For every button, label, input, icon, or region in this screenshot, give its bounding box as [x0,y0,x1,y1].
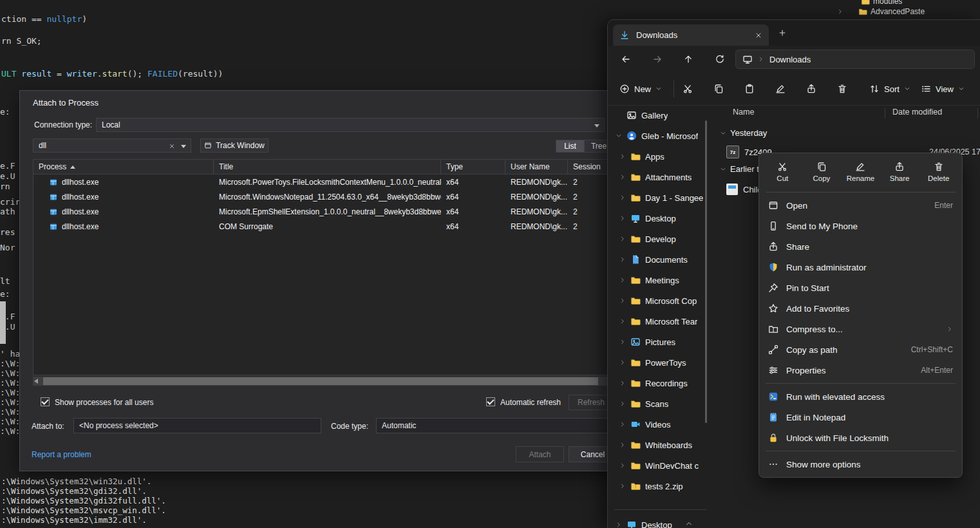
sidebar-item-videos[interactable]: Videos [608,414,716,435]
table-row[interactable]: dllhost.exe COM Surrogate x64 REDMOND\gk… [33,219,614,234]
menu-item-copy-as-path[interactable]: Copy as pathCtrl+Shift+C [759,339,962,360]
sidebar-item-documents[interactable]: Documents [608,249,716,270]
chevron-down-icon[interactable] [720,166,726,173]
delete-button[interactable] [832,79,853,99]
chevron-down-icon[interactable] [181,145,186,148]
paste-button[interactable] [739,79,760,99]
table-row[interactable]: dllhost.exe Microsoft.PowerToys.FileLock… [33,174,614,189]
chevron-right-icon[interactable] [619,277,626,283]
column-header-type[interactable]: Type [441,160,505,174]
menu-item-pin-to-start[interactable]: Pin to Start [759,278,962,298]
report-a-problem-link[interactable]: Report a problem [32,450,91,459]
chevron-down-icon[interactable] [720,130,726,137]
share-button[interactable] [801,79,822,99]
chevron-right-icon[interactable] [619,297,626,304]
view-list-toggle[interactable]: List [556,140,585,153]
column-header-date-modified[interactable]: Date modified [892,108,942,117]
menu-item-run-as-administrator[interactable]: Run as administrator [759,257,962,278]
up-button[interactable] [679,50,697,68]
chevron-right-icon[interactable] [619,462,626,469]
sidebar-item-apps[interactable]: Apps [608,146,716,167]
forward-button[interactable] [648,50,666,68]
column-header-process[interactable]: Process [33,160,214,174]
tree-item-modules[interactable]: modules [861,0,902,6]
chevron-right-icon[interactable] [619,174,626,180]
chevron-right-icon[interactable] [619,401,626,407]
sidebar-item-whiteboards[interactable]: Whiteboards [608,435,716,455]
connection-type-select[interactable]: Local [96,118,605,132]
automatic-refresh-checkbox[interactable] [486,397,495,406]
quick-share-button[interactable]: Share [881,162,918,182]
sidebar-item-attachments[interactable]: Attachments [608,167,716,187]
menu-item-show-more-options[interactable]: Show more options [759,454,962,475]
editor-scrollbar-fragment[interactable] [0,301,6,344]
refresh-button-explorer[interactable] [711,50,729,68]
close-tab-icon[interactable] [755,32,762,39]
chevron-right-icon[interactable] [619,194,626,201]
chevron-right-icon[interactable] [616,522,622,528]
cut-button[interactable] [677,79,698,99]
quick-cut-button[interactable]: Cut [764,162,800,182]
quick-delete-button[interactable]: Delete [921,162,957,182]
chevron-right-icon[interactable] [758,56,764,62]
tree-item-advancedpaste[interactable]: AdvancedPaste [837,7,925,16]
sidebar-item-desktop[interactable]: Desktop [608,208,716,229]
horizontal-scrollbar[interactable] [33,377,614,386]
sidebar-item-gallery[interactable]: Gallery [608,105,716,126]
column-header-title[interactable]: Title [214,160,441,174]
menu-item-send-to-phone[interactable]: Send to My Phone [759,216,962,236]
new-button[interactable]: New [614,79,667,99]
group-yesterday[interactable]: Yesterday [720,128,767,138]
chevron-right-icon[interactable] [619,339,626,345]
chevron-right-icon[interactable] [619,359,626,366]
back-button[interactable] [617,50,635,68]
sidebar-item-onedrive-account[interactable]: Gleb - Microsof [608,126,716,146]
chevron-right-icon[interactable] [619,380,626,386]
sidebar-item-tests2zip[interactable]: tests 2.zip [608,476,716,496]
table-row[interactable]: dllhost.exe Microsoft.WindowsNotepad_11.… [33,189,614,204]
view-button[interactable]: View [916,79,970,99]
sidebar-item-microsoft-tear[interactable]: Microsoft Tear [608,311,716,332]
sort-button[interactable]: Sort [864,79,916,99]
chevron-right-icon[interactable] [619,215,626,222]
attach-button[interactable]: Attach [516,446,564,462]
chevron-down-icon[interactable] [616,133,622,139]
chevron-right-icon[interactable] [619,421,626,428]
attach-to-field[interactable]: <No process selected> [73,418,321,433]
menu-item-edit-in-notepad[interactable]: Edit in Notepad [759,407,962,428]
process-filter-input[interactable]: dll [33,138,191,153]
code-type-field[interactable]: Automatic [376,418,616,433]
menu-item-share[interactable]: Share [759,236,962,257]
sidebar-item-recordings[interactable]: Recordings [608,373,716,393]
sidebar-item-windevchat[interactable]: WinDevChat c [608,455,716,476]
table-row[interactable]: dllhost.exe Microsoft.EpmShellExtension_… [33,204,614,219]
tab-downloads[interactable]: Downloads [613,24,769,46]
chevron-right-icon[interactable] [619,483,626,489]
sidebar-item-microsoft-cop[interactable]: Microsoft Cop [608,290,716,311]
quick-copy-button[interactable]: Copy [804,162,840,182]
scroll-up-chevron-icon[interactable] [685,520,693,527]
show-all-users-checkbox[interactable] [41,397,50,406]
chevron-right-icon[interactable] [619,256,626,263]
address-bar[interactable]: Downloads [735,50,975,69]
sidebar-scrollbar[interactable] [705,120,707,423]
sidebar-item-desktop-bottom[interactable]: Desktop [608,514,716,528]
column-divider[interactable] [885,108,885,118]
scrollbar-thumb[interactable] [43,377,598,385]
scroll-left-arrow[interactable] [34,379,38,384]
menu-item-add-to-favorites[interactable]: Add to Favorites [759,298,962,319]
chevron-right-icon[interactable] [837,8,843,15]
menu-item-compress-to[interactable]: Compress to... [759,319,962,339]
new-tab-icon[interactable] [778,28,787,37]
sidebar-item-day1[interactable]: Day 1 - Sangee [608,187,716,208]
chevron-right-icon[interactable] [619,236,626,242]
sidebar-item-powertoys[interactable]: PowerToys [608,352,716,373]
menu-item-properties[interactable]: PropertiesAlt+Enter [759,360,962,381]
rename-button[interactable] [770,79,791,99]
sidebar-item-pictures[interactable]: Pictures [608,332,716,352]
sidebar-item-develop[interactable]: Develop [608,229,716,249]
chevron-right-icon[interactable] [619,153,626,160]
quick-rename-button[interactable]: Rename [842,162,878,182]
menu-item-run-with-elevated-access[interactable]: Run with elevated access [759,386,962,407]
column-header-user[interactable]: User Name [505,160,568,174]
